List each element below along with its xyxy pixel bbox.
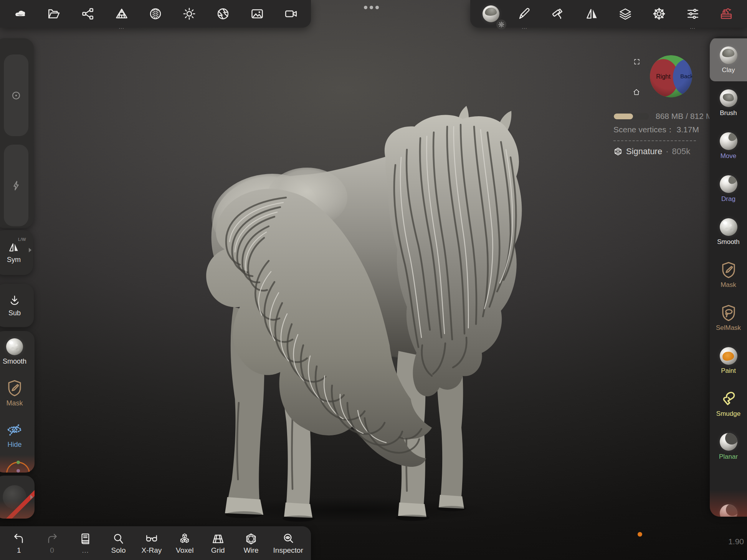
tool-clay[interactable]: Clay <box>710 38 747 81</box>
multires-pyramid-icon <box>115 7 129 21</box>
fullscreen-button[interactable] <box>631 56 643 68</box>
mask-shield-icon <box>6 379 23 397</box>
radius-icon <box>10 90 22 101</box>
drag-ball-icon <box>720 175 737 193</box>
top-right-toolbar: … … <box>470 0 747 28</box>
toggle-label: Solo <box>111 547 126 554</box>
nav-face-right: Right <box>656 73 671 80</box>
lighting-button[interactable] <box>177 2 202 26</box>
subdivide-arrow-icon <box>8 294 21 307</box>
app-logo-icon <box>13 7 27 21</box>
toggle-label: Voxel <box>176 547 193 554</box>
multires-more-indicator: … <box>109 25 134 29</box>
multires-button[interactable]: … <box>109 2 134 26</box>
viewport-canvas[interactable] <box>0 0 747 560</box>
material-settings-badge <box>496 20 506 30</box>
mirror-icon <box>585 7 599 21</box>
toggle-voxel[interactable]: Voxel <box>171 532 198 555</box>
dashed-separator <box>613 140 696 141</box>
toggle-inspector[interactable]: Inspector <box>271 532 306 555</box>
tool-move[interactable]: Move <box>710 124 747 167</box>
subdivision-panel[interactable]: Sub <box>0 284 34 327</box>
wireframe-icon <box>245 532 258 545</box>
tool-label: Smudge <box>716 410 740 417</box>
left-quick-tools-panel: Smooth Mask Hide <box>0 331 35 473</box>
vertices-value: 3.17M <box>677 125 699 134</box>
files-button[interactable] <box>41 2 66 26</box>
orientation-sphere[interactable]: Right Back <box>649 55 692 98</box>
red-slash-icon <box>3 489 35 519</box>
window-drag-handle-icon[interactable] <box>364 5 384 10</box>
radius-slider[interactable] <box>4 54 28 136</box>
toolbox-icon <box>719 7 733 21</box>
clay-ball-icon <box>720 46 737 64</box>
tool-planar[interactable]: Planar <box>710 425 747 468</box>
node-graph-button[interactable] <box>76 2 100 26</box>
camera-settings-button[interactable] <box>211 2 235 26</box>
pen-icon <box>517 7 531 21</box>
mirror-button[interactable] <box>580 2 604 26</box>
toggle-wire[interactable]: Wire <box>238 532 264 555</box>
toggle-grid[interactable]: Grid <box>205 532 231 555</box>
toggle-xray[interactable]: X-Ray <box>138 532 165 555</box>
matcap-sphere-icon <box>149 7 162 21</box>
tool-drag[interactable]: Drag <box>710 167 747 210</box>
redo-button[interactable]: 0 <box>39 532 66 555</box>
tool-brush[interactable]: Brush <box>710 81 747 124</box>
layers-icon <box>618 7 632 21</box>
scale-indicator: 1.90 <box>709 537 744 546</box>
tool-smudge[interactable]: Smudge <box>710 382 747 425</box>
inspector-eye-icon <box>282 532 295 545</box>
falloff-disabled-button[interactable] <box>0 476 35 519</box>
sliders-icon <box>686 7 700 21</box>
tool-label: Brush <box>720 110 737 116</box>
signature-row: Signature · 805k <box>613 147 709 156</box>
image-export-button[interactable] <box>245 2 269 26</box>
adjust-sliders-button[interactable]: … <box>681 2 705 26</box>
brush-ball-icon <box>720 89 737 107</box>
paint-roller-button[interactable] <box>546 2 570 26</box>
scene-stats: 868 MB / 812 M Scene vertices： 3.17M Sig… <box>613 112 709 156</box>
symmetry-panel[interactable]: L/W Sym <box>0 230 33 275</box>
signature-label: Signature <box>626 147 662 156</box>
folder-icon <box>47 7 61 21</box>
toggle-solo[interactable]: Solo <box>105 532 132 555</box>
smooth-ball-icon <box>6 338 23 355</box>
video-record-button[interactable] <box>279 2 303 26</box>
next-tool-partial-icon[interactable] <box>720 504 737 517</box>
vertices-label: Scene vertices： <box>613 125 674 134</box>
stroke-pen-button[interactable]: … <box>512 2 537 26</box>
home-view-button[interactable] <box>630 86 643 98</box>
quick-tool-hide[interactable]: Hide <box>0 414 35 455</box>
toolbox-button[interactable] <box>714 2 739 26</box>
redo-count: 0 <box>50 547 54 554</box>
intensity-slider[interactable] <box>4 145 28 226</box>
tool-paint[interactable]: Paint <box>710 339 747 382</box>
memory-bar <box>613 113 649 120</box>
quick-tool-label: Hide <box>7 441 21 449</box>
app-logo-button[interactable] <box>8 2 32 26</box>
scene-list-button[interactable]: … <box>72 532 99 555</box>
home-icon <box>633 86 640 98</box>
video-camera-icon <box>284 7 298 21</box>
toggle-label: Wire <box>244 547 259 554</box>
bottom-toolbar: 1 0 … Solo X-Ray Voxel <box>0 526 311 560</box>
gizmo-peek-button[interactable] <box>6 462 30 473</box>
matcap-button[interactable] <box>143 2 168 26</box>
quick-tool-smooth[interactable]: Smooth <box>0 331 35 372</box>
undo-button[interactable]: 1 <box>5 532 32 555</box>
settings-button[interactable] <box>647 2 671 26</box>
material-button[interactable] <box>479 2 503 26</box>
quick-tool-label: Smooth <box>3 357 26 366</box>
material-ball-icon <box>483 5 499 22</box>
signature-separator: · <box>666 147 668 156</box>
tool-smooth[interactable]: Smooth <box>710 210 747 253</box>
planar-ball-icon <box>720 433 737 451</box>
quick-tool-mask[interactable]: Mask <box>0 372 35 414</box>
tool-selmask[interactable]: SelMask <box>710 296 747 339</box>
tool-mask[interactable]: Mask <box>710 253 747 296</box>
tool-label: Smooth <box>717 239 740 245</box>
layers-button[interactable] <box>613 2 638 26</box>
node-graph-icon <box>81 7 95 21</box>
mask-shield-icon <box>720 261 737 279</box>
